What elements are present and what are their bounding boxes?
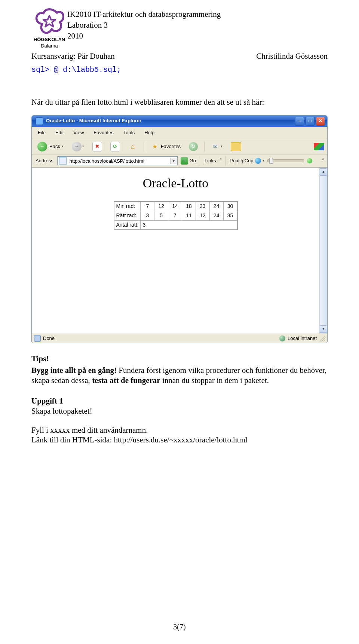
status-right: Local intranet [288,335,317,342]
table-row: Min rad: 7 12 14 18 23 24 30 [114,202,237,211]
url-input[interactable] [68,157,170,165]
favorites-button[interactable]: ★ Favorites [148,141,183,153]
back-icon: ← [37,142,47,151]
links-chevron-icon[interactable]: » [220,157,222,162]
header-course: IK2010 IT-arkitektur och databasprogramm… [67,9,221,20]
close-button[interactable]: ✕ [316,117,325,126]
table-row: Antal rätt: 3 [114,220,237,230]
header-left-name: Kursansvarig: Pär Douhan [31,51,115,61]
header-year: 2010 [67,31,221,42]
popupcop-button[interactable]: PopUpCop ▾ [230,158,264,164]
header-lab: Laboration 3 [67,20,221,31]
browser-screenshot: Oracle-Lotto - Microsoft Internet Explor… [31,115,328,344]
antal-label: Antal rätt: [114,220,141,230]
row2-label: Rätt rad: [114,211,141,220]
vertical-scrollbar[interactable]: ▲ ▼ [319,168,327,334]
stop-button[interactable]: ✖ [90,141,105,153]
menu-bar: File Edit View Favorites Tools Help [32,127,327,139]
tips-paragraph: Bygg inte allt på en gång! Fundera först… [31,365,328,386]
star-icon: ★ [150,142,159,151]
school-logo [35,7,64,37]
popupcop-icon [255,158,261,164]
minimize-button[interactable]: – [295,117,304,126]
menu-view[interactable]: View [73,129,85,137]
page-icon [59,157,67,165]
history-button[interactable]: ↻ [186,141,200,153]
header-right-name: Christilinda Göstasson [256,51,328,61]
back-button[interactable]: ← Back ▾ [35,141,66,153]
logo-word-bottom: Dalarna [31,43,67,49]
intro-line: När du tittar på filen lotto.html i webb… [31,97,328,107]
ie-icon [36,117,43,125]
forward-button[interactable]: → ▾ [69,141,87,153]
go-icon: → [181,157,188,165]
scroll-up-icon[interactable]: ▲ [320,168,327,176]
uppgift-line: Skapa lottopaketet! [31,406,328,416]
refresh-button[interactable]: ⟳ [108,141,123,153]
address-label: Address [35,158,54,164]
uppgift-title: Uppgift 1 [31,396,63,405]
status-left: Done [43,335,55,342]
windows-flag-icon [314,143,324,150]
mail-icon: ✉ [211,142,220,151]
fill-line: Fyll i xxxxx med ditt användarnamn. [31,425,328,435]
links-label[interactable]: Links [204,158,217,164]
page-number: 3(7) [0,622,359,632]
maximize-button[interactable]: □ [306,117,314,126]
logo-word-top: HÖGSKOLAN [34,37,65,42]
home-button[interactable]: ⌂ [126,141,140,153]
status-led-icon [307,158,312,163]
refresh-icon: ⟳ [110,142,120,151]
status-page-icon [34,335,41,342]
address-bar: Address ▾ → Go Links » PopUpCop ▾ » [32,154,327,168]
stop-icon: ✖ [92,142,102,151]
menu-help[interactable]: Help [144,129,155,137]
window-title: Oracle-Lotto - Microsoft Internet Explor… [46,118,141,124]
menu-favorites[interactable]: Favorites [93,129,114,137]
status-bar: Done Local intranet [32,334,327,343]
sql-code-line: sql> @ d:\labb5.sql; [31,65,328,75]
page-title: Oracle-Lotto [47,175,304,191]
forward-icon: → [72,142,82,151]
antal-value: 3 [141,220,237,230]
toolbar: ← Back ▾ → ▾ ✖ ⟳ ⌂ ★ Favorites ↻ ✉▾ [32,139,327,154]
popupcop-slider[interactable] [267,159,304,162]
zone-icon [279,335,285,341]
link-line: Länk till din HTML-sida: http://users.du… [31,435,328,445]
row1-label: Min rad: [114,202,141,211]
lotto-table: Min rad: 7 12 14 18 23 24 30 Rätt rad: 3 [114,201,238,230]
page-content: Oracle-Lotto Min rad: 7 12 14 18 23 24 3… [32,168,319,334]
home-icon: ⌂ [128,142,137,151]
toolbar-overflow-icon[interactable]: » [322,157,324,162]
menu-edit[interactable]: Edit [55,129,64,137]
mail-button[interactable]: ✉▾ [208,141,225,153]
resize-grip-icon[interactable] [319,335,325,341]
tips-heading: Tips! [31,354,49,363]
url-field[interactable]: ▾ [57,156,178,165]
menu-file[interactable]: File [37,129,46,137]
folder-button[interactable] [228,141,244,153]
menu-tools[interactable]: Tools [123,129,135,137]
url-dropdown-icon[interactable]: ▾ [170,158,177,164]
scroll-down-icon[interactable]: ▼ [320,325,327,333]
table-row: Rätt rad: 3 5 7 11 12 24 35 [114,211,237,220]
history-icon: ↻ [189,142,198,151]
folder-icon [231,142,241,151]
go-button[interactable]: → Go [181,157,196,165]
